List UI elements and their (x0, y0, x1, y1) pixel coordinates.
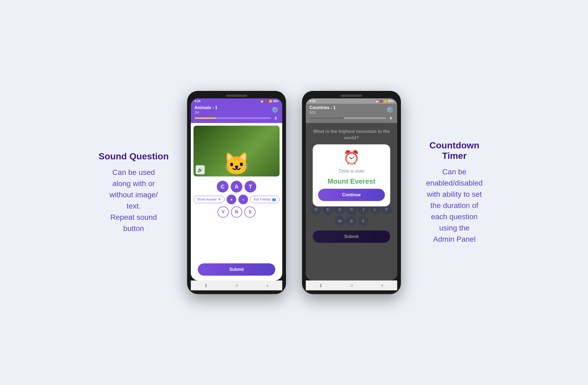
phone2-gear-icon[interactable]: ⚙️ (386, 106, 393, 113)
nav-home-icon[interactable]: ○ (235, 283, 238, 288)
letter-grid: V N S (218, 206, 256, 218)
phone1-progress-bar-fill (195, 117, 216, 119)
answer-slot-a: A (231, 181, 242, 192)
phone1-progress-row: 0 (195, 116, 278, 120)
nav-menu-icon[interactable]: ⫿ (205, 283, 207, 288)
phone2-time: 9:15 (310, 99, 315, 103)
answer-slots: C A T (217, 181, 256, 192)
nav2-back-icon[interactable]: ‹ (381, 283, 383, 288)
nav2-home-icon[interactable]: ○ (350, 283, 353, 288)
phone2-header-row: Countries - 1 5/11 ⚙️ (310, 105, 393, 114)
phone2-quiz-header: Countries - 1 5/11 ⚙️ 4 (306, 104, 397, 123)
continue-button[interactable]: Continue (318, 189, 385, 201)
diamond-button[interactable]: ♦ (227, 195, 236, 204)
phone2: 9:15 ⏰ 🔕 📶 82% Countries - 1 5/11 ⚙️ (302, 91, 401, 294)
phone2-progress-row: 4 (310, 116, 393, 120)
phone1-status-bar: 9:25 ⏰ 🔕 📶 88% (191, 98, 282, 104)
phone1-status-icons: ⏰ 🔕 📶 88% (260, 100, 278, 103)
ask-friends-button[interactable]: Ask Friends 👥 (250, 196, 279, 203)
phone1-quiz-header: Animals - 1 2/8 ⚙️ 0 (191, 104, 282, 123)
answer-slot-c: C (217, 181, 229, 192)
left-desc: Can be usedalong with orwithout image/te… (96, 167, 171, 234)
friends-icon: 👥 (272, 198, 276, 201)
phone2-status-icons: ⏰ 🔕 📶 82% (375, 100, 393, 103)
phone2-screen: 9:15 ⏰ 🔕 📶 82% Countries - 1 5/11 ⚙️ (306, 98, 397, 280)
phone2-progress-bar-fill (310, 117, 344, 119)
modal-answer: Mount Everest (327, 177, 375, 186)
nav-back-icon[interactable]: ‹ (266, 283, 268, 288)
phone2-nav-bar: ⫿ ○ ‹ (306, 280, 397, 290)
phone1-header-row: Animals - 1 2/8 ⚙️ (195, 105, 278, 114)
show-answer-label: Show Answer (197, 198, 216, 201)
sound-button[interactable]: 🔊 (196, 165, 205, 174)
phone2-progress: 5/11 (310, 111, 336, 114)
right-title: Countdown Timer (417, 140, 492, 161)
modal-card: ⏰ Time is over Mount Everest Continue (313, 144, 390, 206)
phone2-body: What is the highest mountain in the worl… (306, 123, 397, 280)
letter-v[interactable]: V (218, 206, 229, 218)
phone1-body: 🐱 🔊 C A T Show Answer 👁 ♦ (191, 123, 282, 280)
phone2-status-bar: 9:15 ⏰ 🔕 📶 82% (306, 98, 397, 104)
answer-slot-t: T (245, 181, 256, 192)
phone1-time: 9:25 (195, 99, 200, 103)
eye-icon: 👁 (218, 198, 221, 201)
battery-label: 88% (273, 100, 278, 103)
nav2-menu-icon[interactable]: ⫿ (320, 283, 322, 288)
skip-button[interactable]: » (238, 195, 248, 204)
cat-emoji-icon: 🐱 (223, 151, 250, 176)
left-title: Sound Question (96, 151, 171, 161)
left-feature-block: Sound Question Can be usedalong with orw… (96, 151, 171, 234)
silent-icon: 🔕 (265, 100, 268, 103)
phone1-progress: 2/8 (195, 111, 217, 114)
phone1-gear-icon[interactable]: ⚙️ (271, 106, 278, 113)
right-feature-block: Countdown Timer Can beenabled/disabledwi… (417, 140, 492, 245)
letter-s[interactable]: S (244, 206, 256, 218)
battery2-label: 82% (388, 100, 393, 103)
phone1-nav-bar: ⫿ ○ ‹ (191, 280, 282, 290)
phone1-score: 0 (273, 116, 278, 120)
phone1-progress-bar-container (195, 117, 271, 119)
alarm2-icon: ⏰ (375, 100, 378, 103)
wifi-icon: 📶 (269, 100, 272, 103)
alarm-icon: ⏰ (260, 100, 264, 103)
phone2-notch (341, 95, 362, 97)
silent2-icon: 🔕 (380, 100, 383, 103)
phone2-quiz-title: Countries - 1 (310, 105, 336, 110)
phone1-quiz-title-col: Animals - 1 2/8 (195, 105, 217, 114)
letter-n[interactable]: N (231, 206, 242, 218)
phone1-submit-button[interactable]: Submit (198, 263, 275, 276)
action-row: Show Answer 👁 ♦ » Ask Friends 👥 (194, 195, 280, 204)
phone1: 9:25 ⏰ 🔕 📶 88% Animals - 1 2/8 ⚙️ (187, 91, 286, 294)
page-container: Sound Question Can be usedalong with orw… (0, 80, 588, 305)
phone2-progress-bar-container (310, 117, 386, 119)
right-desc: Can beenabled/disabledwith ability to se… (417, 166, 492, 245)
wifi2-icon: 📶 (384, 100, 387, 103)
diamond-icon: ♦ (231, 197, 233, 202)
phone2-score: 4 (388, 116, 393, 120)
ask-friends-label: Ask Friends (254, 198, 270, 201)
phone1-notch (226, 95, 247, 97)
skip-icon: » (242, 197, 244, 202)
time-is-over-text: Time is over (338, 168, 364, 174)
cat-image: 🐱 🔊 (194, 126, 280, 176)
show-answer-button[interactable]: Show Answer 👁 (194, 196, 225, 203)
phone1-quiz-title: Animals - 1 (195, 105, 217, 110)
phone1-screen: 9:25 ⏰ 🔕 📶 88% Animals - 1 2/8 ⚙️ (191, 98, 282, 280)
clock-icon: ⏰ (343, 150, 360, 165)
modal-overlay: ⏰ Time is over Mount Everest Continue (306, 123, 397, 280)
phone2-quiz-title-col: Countries - 1 5/11 (310, 105, 336, 114)
